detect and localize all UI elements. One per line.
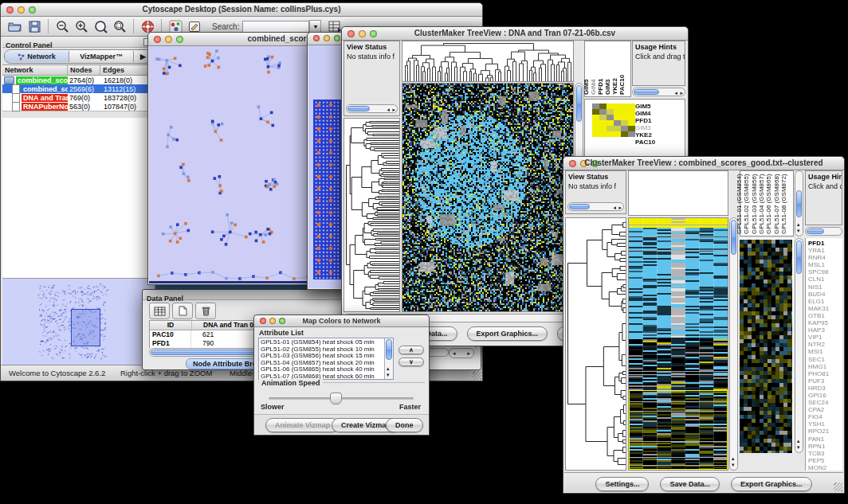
tv2-heatmap[interactable]	[628, 217, 728, 471]
minimize-button[interactable]	[324, 35, 330, 41]
matrix-cell[interactable]	[599, 126, 607, 131]
select-attributes-icon[interactable]	[149, 303, 170, 319]
matrix-cell[interactable]	[621, 126, 628, 131]
main-titlebar[interactable]: Cytoscape Desktop (Session Name: collins…	[1, 3, 482, 17]
gene-label[interactable]: MON2	[808, 464, 842, 471]
new-attribute-icon[interactable]	[172, 303, 193, 319]
matrix-cell[interactable]	[628, 131, 635, 137]
network-tree-row[interactable]: combined_sco 2569(6)13112(15)	[2, 84, 155, 93]
gene-label[interactable]: GPI16	[808, 392, 842, 399]
col-edges[interactable]: Edges	[100, 65, 155, 75]
attribute-listbox[interactable]: GPL51-01 (GSM854) heat shock 05 minGPL51…	[258, 338, 394, 380]
tv1-row-label[interactable]: YKE2	[635, 131, 655, 139]
zoom-in-button[interactable]	[73, 18, 90, 34]
tv2-row-dendrogram[interactable]	[565, 217, 626, 471]
gene-label[interactable]: TCB3	[808, 450, 842, 457]
gene-label[interactable]: RNR4	[808, 254, 842, 261]
network-tree-row[interactable]: combined_scores 2764(0)16218(0)	[2, 76, 155, 84]
gene-label[interactable]: KAP95	[808, 319, 842, 326]
col-network[interactable]: Network	[2, 65, 68, 75]
delete-attribute-trash-icon[interactable]	[195, 303, 216, 319]
close-button[interactable]	[313, 35, 320, 41]
export-graphics-button[interactable]: Export Graphics...	[731, 477, 812, 491]
resize-grip[interactable]	[473, 371, 481, 380]
gene-label[interactable]: GTB1	[808, 312, 842, 319]
gene-label[interactable]: YRA1	[808, 247, 842, 254]
gene-label[interactable]: FIG4	[808, 413, 842, 420]
zoom-selected-button[interactable]	[111, 18, 128, 34]
scroll-thumb[interactable]	[569, 204, 590, 209]
tv2-usage-hscrollbar[interactable]	[805, 227, 842, 236]
animate-vizmap-button[interactable]: Animate Vizmap	[265, 418, 340, 432]
matrix-cell[interactable]	[628, 104, 635, 109]
scroll-thumb[interactable]	[576, 85, 582, 122]
matrix-cell[interactable]	[628, 115, 635, 120]
matrix-cell[interactable]	[607, 131, 614, 137]
matrix-cell[interactable]	[614, 115, 621, 120]
save-data-button[interactable]: Save Data...	[660, 477, 720, 491]
gene-label[interactable]: NTR2	[808, 341, 842, 348]
move-down-button[interactable]: ∨	[398, 357, 424, 366]
matrix-cell[interactable]	[599, 104, 607, 109]
gene-label[interactable]: RPO21	[808, 428, 842, 435]
tv1-row-dendrogram[interactable]	[344, 118, 400, 312]
gene-label[interactable]: SEC1	[808, 356, 842, 363]
gene-label[interactable]: CPA2	[808, 406, 842, 413]
gene-label[interactable]: PFD1	[808, 240, 842, 247]
matrix-cell[interactable]	[621, 115, 628, 120]
tv1-column-dendrogram[interactable]	[402, 41, 574, 82]
matrix-cell[interactable]	[599, 109, 607, 115]
col-nodes[interactable]: Nodes	[68, 65, 100, 75]
gene-label[interactable]: BUD4	[808, 291, 842, 298]
gene-label[interactable]: NIS1	[808, 283, 842, 291]
scroll-thumb[interactable]	[796, 240, 802, 274]
id-column-header[interactable]: ID	[150, 321, 192, 330]
tv2-zoom-heatmap-box[interactable]	[740, 238, 794, 453]
matrix-cell[interactable]	[621, 131, 628, 137]
zoom-fit-button[interactable]	[92, 18, 109, 34]
tv1-correlation-matrix[interactable]	[592, 104, 635, 137]
matrix-cell[interactable]	[599, 120, 607, 126]
matrix-cell[interactable]	[614, 109, 621, 115]
gene-label[interactable]: YSH1	[808, 420, 842, 428]
gene-label[interactable]: HRD3	[808, 385, 842, 392]
gene-label[interactable]: PUF3	[808, 377, 842, 385]
matrix-cell[interactable]	[621, 109, 628, 115]
gene-label[interactable]: VIP1	[808, 334, 842, 341]
tv2-gene-list[interactable]: PFD1YRA1RNR4MSL1SPC98CLN1NIS1BUD4ELG1MAK…	[806, 238, 842, 471]
gene-label[interactable]: RPN1	[808, 443, 842, 450]
map-colors-dialog[interactable]: Map Colors to Network Attribute List GPL…	[253, 315, 430, 436]
matrix-cell[interactable]	[607, 120, 614, 126]
scroll-thumb[interactable]	[347, 106, 370, 111]
settings-button[interactable]: Settings...	[595, 477, 649, 491]
matrix-cell[interactable]	[628, 120, 635, 126]
speed-slider-thumb[interactable]	[330, 393, 342, 404]
tab-network[interactable]: Network	[5, 51, 69, 62]
gene-label[interactable]: SEC24	[808, 399, 842, 406]
gene-label[interactable]: ELG1	[808, 298, 842, 305]
gene-label[interactable]: HAP3	[808, 326, 842, 334]
save-session-button[interactable]	[26, 18, 43, 34]
tv1-row-label[interactable]: PFD1	[635, 117, 655, 124]
matrix-cell[interactable]	[628, 126, 635, 131]
matrix-cell[interactable]	[614, 120, 621, 126]
tv2-labels-vscrollbar[interactable]: ▴▾	[795, 170, 803, 236]
matrix-cell[interactable]	[621, 120, 628, 126]
tv1-row-label[interactable]: PAC10	[635, 139, 655, 146]
matrix-cell[interactable]	[592, 126, 599, 131]
gene-label[interactable]: MSI1	[808, 348, 842, 355]
search-input[interactable]	[242, 21, 309, 33]
gene-label[interactable]: PEP5	[808, 457, 842, 464]
birdseye-overview-panel[interactable]	[2, 278, 154, 365]
matrix-cell[interactable]	[621, 104, 628, 109]
matrix-cell[interactable]	[614, 104, 621, 109]
matrix-cell[interactable]	[628, 109, 635, 115]
tv2-zoom-vscrollbar[interactable]: ▴▾	[795, 238, 803, 453]
matrix-cell[interactable]	[607, 104, 614, 109]
matrix-cell[interactable]	[599, 131, 607, 137]
attribute-list-vscrollbar[interactable]: ▴▾	[384, 338, 393, 379]
gene-label[interactable]: PAN1	[808, 436, 842, 443]
matrix-cell[interactable]	[614, 131, 621, 137]
matrix-cell[interactable]	[599, 115, 607, 120]
matrix-cell[interactable]	[592, 109, 599, 115]
